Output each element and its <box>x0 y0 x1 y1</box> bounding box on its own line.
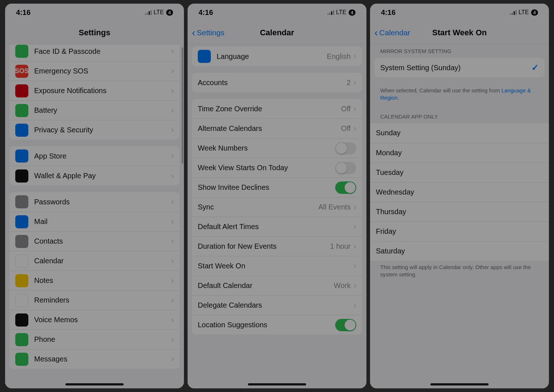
alternate-calendars-row[interactable]: Alternate CalendarsOff› <box>192 119 362 138</box>
messages-row[interactable]: Messages› <box>9 349 180 369</box>
show-invitee-declines-row[interactable]: Show Invitee Declines <box>192 177 362 197</box>
privacy-security-row[interactable]: Privacy & Security› <box>9 120 180 140</box>
wednesday-row[interactable]: Wednesday <box>370 182 549 202</box>
status-right: LTE 4 <box>145 9 173 16</box>
app-store-row[interactable]: App Store› <box>9 146 180 166</box>
accounts-row[interactable]: Accounts2› <box>192 73 362 92</box>
status-time: 4:16 <box>16 8 31 17</box>
passwords-row[interactable]: Passwords› <box>9 192 180 212</box>
voice-memos-row[interactable]: Voice Memos› <box>9 310 180 329</box>
settings-screen: 4:16 LTE 4 Settings Face ID & Passcode›S… <box>5 4 184 388</box>
emergency-sos-row[interactable]: SOSEmergency SOS› <box>9 61 180 81</box>
week-view-starts-on-today-row[interactable]: Week View Starts On Today <box>192 158 362 177</box>
language-row[interactable]: LanguageEnglish› <box>192 47 362 66</box>
row-label: Location Suggestions <box>198 321 335 329</box>
system-setting-label: System Setting (Sunday) <box>380 64 531 72</box>
saturday-row[interactable]: Saturday <box>370 241 549 261</box>
default-calendar-row[interactable]: Default CalendarWork› <box>192 276 362 295</box>
location-suggestions-row[interactable]: Location Suggestions <box>192 315 362 335</box>
page-title: Settings <box>5 28 184 37</box>
chevron-right-icon: › <box>354 301 356 310</box>
system-setting-row[interactable]: System Setting (Sunday) ✓ <box>374 58 545 77</box>
row-label: Privacy & Security <box>34 126 171 134</box>
home-indicator[interactable] <box>430 383 489 385</box>
week-numbers-row[interactable]: Week Numbers <box>192 138 362 158</box>
mail-row[interactable]: Mail› <box>9 212 180 231</box>
day-label: Tuesday <box>376 168 543 177</box>
toggle-switch[interactable] <box>335 181 356 194</box>
toggle-switch[interactable] <box>335 142 356 155</box>
start-week-on-row[interactable]: Start Week On› <box>192 256 362 276</box>
status-time: 4:16 <box>198 8 213 17</box>
battery-icon: 4 <box>166 9 173 16</box>
friday-row[interactable]: Friday <box>370 221 549 241</box>
day-label: Wednesday <box>376 188 543 196</box>
start-week-on-screen: 4:16 LTE 4 ‹ Calendar Start Week On MIRR… <box>370 4 549 388</box>
chevron-right-icon: › <box>171 217 174 227</box>
section-header-mirror: MIRROR SYSTEM SETTING <box>370 44 549 56</box>
row-label: Voice Memos <box>34 316 171 324</box>
exposure-notifications-row[interactable]: Exposure Notifications› <box>9 81 180 100</box>
reminders-row[interactable]: Reminders› <box>9 290 180 310</box>
calendar-icon <box>15 255 28 268</box>
default-alert-times-row[interactable]: Default Alert Times› <box>192 217 362 236</box>
start-week-content[interactable]: MIRROR SYSTEM SETTING System Setting (Su… <box>370 44 549 388</box>
contacts-row[interactable]: Contacts› <box>9 231 180 251</box>
appstore-icon <box>15 149 28 163</box>
delegate-calendars-row[interactable]: Delegate Calendars› <box>192 295 362 315</box>
notes-row[interactable]: Notes› <box>9 271 180 290</box>
back-button[interactable]: ‹ Calendar <box>370 28 410 38</box>
home-indicator[interactable] <box>65 383 124 385</box>
chevron-right-icon: › <box>171 355 174 364</box>
chevron-right-icon: › <box>354 104 356 113</box>
row-value: English <box>327 52 351 61</box>
row-label: Mail <box>34 217 171 226</box>
settings-group: Face ID & Passcode›SOSEmergency SOS›Expo… <box>9 44 180 140</box>
wallet-apple-pay-row[interactable]: Wallet & Apple Pay› <box>9 166 180 185</box>
back-label: Calendar <box>379 28 410 37</box>
toggle-switch[interactable] <box>335 162 356 174</box>
toggle-switch[interactable] <box>335 319 356 331</box>
status-bar: 4:16 LTE 4 <box>188 4 366 21</box>
duration-for-new-events-row[interactable]: Duration for New Events1 hour› <box>192 236 362 256</box>
row-label: Accounts <box>198 79 347 87</box>
chevron-right-icon: › <box>171 256 174 266</box>
exposure-icon <box>15 84 28 97</box>
sunday-row[interactable]: Sunday <box>370 123 549 143</box>
chevron-right-icon: › <box>171 315 174 325</box>
battery-icon <box>15 104 28 117</box>
phone-icon <box>15 333 28 346</box>
row-label: Face ID & Passcode <box>34 47 171 56</box>
footer-text: When selected, Calendar will use the set… <box>380 87 502 93</box>
thursday-row[interactable]: Thursday <box>370 202 549 221</box>
row-label: Delegate Calendars <box>198 301 354 309</box>
row-label: Default Calendar <box>198 281 334 290</box>
row-label: Emergency SOS <box>34 67 171 75</box>
time-zone-override-row[interactable]: Time Zone OverrideOff› <box>192 99 362 119</box>
battery-row[interactable]: Battery› <box>9 100 180 120</box>
face-id-passcode-row[interactable]: Face ID & Passcode› <box>9 44 180 61</box>
contacts-icon <box>15 235 28 248</box>
home-indicator[interactable] <box>248 383 306 385</box>
back-button[interactable]: ‹ Settings <box>188 28 224 38</box>
phone-row[interactable]: Phone› <box>9 329 180 349</box>
row-label: Sync <box>198 203 318 211</box>
monday-row[interactable]: Monday <box>370 143 549 163</box>
row-label: Notes <box>34 276 171 285</box>
nav-bar: Settings <box>5 21 184 44</box>
chevron-right-icon: › <box>171 47 174 56</box>
chevron-right-icon: › <box>354 222 356 232</box>
day-label: Friday <box>376 227 543 236</box>
tuesday-row[interactable]: Tuesday <box>370 163 549 182</box>
system-setting-group: System Setting (Sunday) ✓ <box>374 58 545 77</box>
calendar-settings-list[interactable]: LanguageEnglish›Accounts2›Time Zone Over… <box>188 44 366 388</box>
sync-row[interactable]: SyncAll Events› <box>192 197 362 217</box>
calendar-row[interactable]: Calendar› <box>9 251 180 271</box>
row-label: App Store <box>34 152 171 160</box>
row-label: Battery <box>34 106 171 115</box>
row-value: 2 <box>347 79 351 87</box>
signal-icon <box>145 10 152 15</box>
section-header-apponly: CALENDAR APP ONLY <box>370 110 549 122</box>
sos-icon: SOS <box>15 65 28 78</box>
settings-list[interactable]: Face ID & Passcode›SOSEmergency SOS›Expo… <box>5 44 184 388</box>
